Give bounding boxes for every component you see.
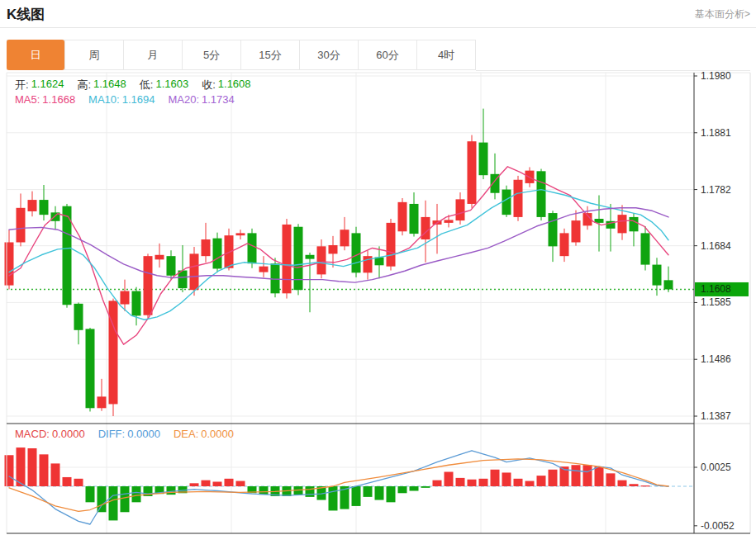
kline-page: { "header": { "title": "K线图", "link_labe…	[0, 0, 756, 535]
diff-label: DIFF:	[98, 428, 126, 440]
svg-text:1.1782: 1.1782	[701, 184, 731, 196]
dea-value: 0.0000	[201, 428, 234, 440]
high-value: 1.1648	[93, 78, 126, 92]
ma-legend: MA5:1.1668 MA10:1.1694 MA20:1.1734	[15, 93, 235, 106]
high-label: 高:	[77, 78, 91, 92]
ma5-label: MA5:	[15, 93, 40, 106]
close-label: 收:	[202, 78, 216, 92]
macd-label: MACD:	[15, 428, 50, 440]
macd-value: 0.0000	[52, 428, 85, 440]
ma10-value: 1.1694	[122, 93, 155, 106]
low-value: 1.1603	[155, 78, 188, 92]
close-value: 1.1608	[218, 78, 251, 92]
svg-text:1.1881: 1.1881	[701, 127, 731, 139]
svg-text:-0.0052: -0.0052	[701, 520, 735, 532]
svg-text:0.0025: 0.0025	[701, 462, 731, 473]
svg-text:1.1980: 1.1980	[701, 70, 731, 82]
ohlc-legend: 开:1.1624 高:1.1648 低:1.1603 收:1.1608	[15, 78, 251, 92]
svg-text:1.1585: 1.1585	[701, 296, 731, 308]
ma10-label: MA10:	[88, 93, 120, 106]
dea-label: DEA:	[174, 428, 198, 440]
ma20-value: 1.1734	[202, 93, 235, 106]
open-value: 1.1624	[31, 78, 64, 92]
open-label: 开:	[15, 78, 29, 92]
low-label: 低:	[140, 78, 154, 92]
macd-legend: MACD:0.0000 DIFF:0.0000 DEA:0.0000	[15, 428, 234, 440]
svg-text:1.1608: 1.1608	[701, 283, 731, 295]
ma20-label: MA20:	[168, 93, 199, 106]
svg-text:1.1486: 1.1486	[701, 353, 731, 365]
svg-text:1.1684: 1.1684	[701, 240, 731, 252]
diff-value: 0.0000	[127, 428, 160, 440]
ma5-value: 1.1668	[42, 93, 75, 106]
svg-text:1.1387: 1.1387	[701, 410, 731, 422]
